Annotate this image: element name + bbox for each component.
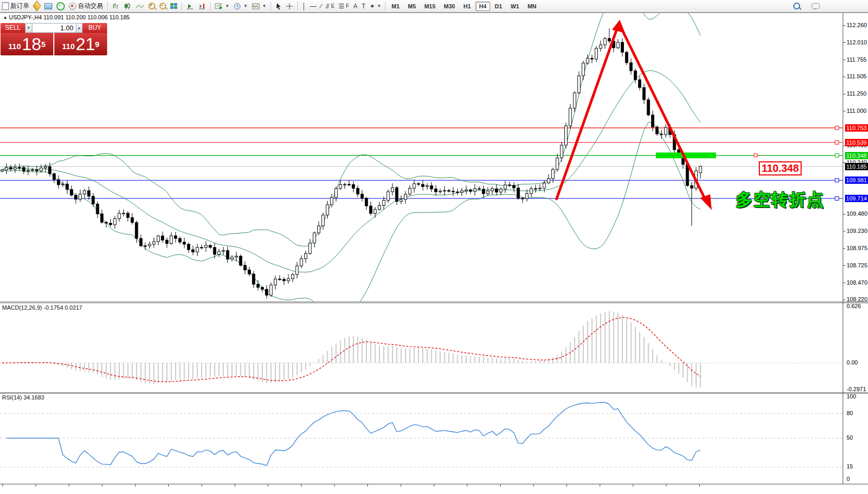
timeframe-M5[interactable]: M5: [404, 2, 420, 11]
timeframe-W1[interactable]: W1: [507, 2, 523, 11]
timeframe-H4[interactable]: H4: [476, 2, 490, 11]
candle-body: [391, 187, 394, 192]
ohlc-close: 110.185: [109, 14, 130, 20]
trend-arrow-down[interactable]: [620, 25, 705, 200]
bar-chart-icon: [112, 3, 120, 10]
bar-chart-button[interactable]: [110, 1, 122, 11]
text-tool[interactable]: A: [351, 1, 360, 11]
timeframe-M15[interactable]: M15: [421, 2, 439, 11]
candle-body: [387, 192, 389, 201]
tile-windows-button[interactable]: [168, 1, 179, 11]
price-level-label: 109.714: [845, 195, 868, 202]
turning-point-text[interactable]: 多空转折点: [736, 189, 825, 211]
timeframe-H1[interactable]: H1: [460, 2, 474, 11]
cursor-tool[interactable]: [273, 1, 284, 11]
rsi-line: [6, 402, 700, 465]
terminal-button[interactable]: [42, 1, 54, 11]
buy-button[interactable]: BUY: [83, 23, 107, 33]
zoom-in-button[interactable]: +: [146, 1, 157, 11]
auto-scroll-button[interactable]: [184, 1, 196, 11]
new-chart-icon: [215, 3, 223, 10]
metaeditor-button[interactable]: [31, 1, 42, 11]
price-tag-box[interactable]: 110.348: [759, 161, 802, 175]
channel-tool[interactable]: ⫻E: [323, 1, 337, 11]
candle-body: [552, 169, 554, 179]
hline-handle[interactable]: [835, 126, 839, 130]
autotrading-button[interactable]: 自动交易: [67, 1, 105, 11]
timeframe-MN[interactable]: MN: [524, 2, 540, 11]
rsi-panel: [0, 402, 843, 467]
candle-body: [482, 189, 485, 194]
indicators-dropdown[interactable]: ▼: [250, 1, 269, 11]
candle-body: [465, 190, 468, 191]
candlestick-button[interactable]: [122, 1, 134, 11]
trend-arrow-up[interactable]: [557, 28, 617, 199]
candle-body: [504, 185, 506, 189]
hline-handle[interactable]: [835, 154, 839, 157]
clock-icon: [234, 3, 241, 10]
candle-body: [287, 279, 290, 281]
chart-shift-icon: [198, 3, 206, 10]
text-label-tool[interactable]: T: [360, 1, 367, 11]
timeframe-D1[interactable]: D1: [491, 2, 506, 11]
periods-dropdown[interactable]: ▼: [232, 1, 250, 11]
price-tick-label: 112.260: [847, 22, 867, 28]
candle-body: [517, 188, 519, 198]
new-order-label: 新订单: [10, 2, 29, 10]
candle-body: [595, 48, 598, 59]
chat-icon[interactable]: [812, 3, 820, 9]
new-order-icon: [2, 2, 9, 10]
metaeditor-icon: [33, 1, 41, 11]
search-icon[interactable]: [793, 3, 800, 9]
volume-up-button[interactable]: ▲: [76, 23, 83, 33]
toolbar-separator: [271, 2, 271, 11]
sell-button[interactable]: SELL: [1, 23, 25, 33]
arrows-dropdown[interactable]: ✦▼: [367, 1, 383, 11]
candle-body: [5, 168, 8, 170]
candle-body: [647, 100, 650, 115]
candle-body: [621, 42, 623, 52]
fibonacci-tool[interactable]: ☰F: [337, 1, 351, 11]
line-chart-button[interactable]: [134, 1, 146, 11]
price-level-label: 109.981: [845, 177, 868, 184]
rsi-label: RSI(14) 34.1683: [2, 394, 44, 401]
hline-handle[interactable]: [835, 140, 839, 144]
candle-body: [604, 39, 606, 45]
chart-shift-button[interactable]: [196, 1, 208, 11]
zoom-out-button[interactable]: −: [157, 1, 168, 11]
signals-button[interactable]: [54, 1, 67, 11]
candle-body: [113, 219, 116, 225]
trendline-tool[interactable]: ∕: [318, 1, 323, 11]
volume-input[interactable]: [32, 23, 76, 33]
price-tag-anchor[interactable]: [754, 154, 757, 157]
chart-area[interactable]: ▲ USDJPY-,H4 110.091 110.200 110.006 110…: [0, 13, 868, 494]
vertical-line-icon: │: [302, 3, 306, 10]
timeframe-M1[interactable]: M1: [388, 2, 403, 11]
candle-body: [196, 248, 199, 252]
hline-handle[interactable]: [835, 196, 839, 200]
macd-scale-min: -0.2971: [847, 386, 866, 392]
price-tick-label: 111.755: [847, 56, 866, 63]
sell-price-button[interactable]: 110185: [1, 33, 54, 55]
candle-body: [565, 126, 568, 145]
vertical-line-tool[interactable]: │: [300, 1, 308, 11]
new-chart-dropdown[interactable]: ▼: [213, 1, 232, 11]
hline-handle[interactable]: [835, 179, 839, 182]
candle-body: [400, 199, 402, 202]
candle-body: [170, 236, 172, 243]
trend-arrow-down-head[interactable]: [700, 194, 712, 210]
timeframe-M30[interactable]: M30: [440, 2, 458, 11]
text-icon: A: [353, 3, 357, 10]
candle-body: [183, 242, 186, 244]
candle-body: [322, 215, 325, 226]
crosshair-tool[interactable]: [284, 1, 295, 11]
candle-body: [473, 189, 476, 191]
volume-down-button[interactable]: ▼: [25, 23, 32, 33]
horizontal-line-tool[interactable]: —: [308, 1, 318, 11]
buy-price-button[interactable]: 110219: [54, 33, 107, 55]
new-order-button[interactable]: 新订单: [0, 1, 31, 11]
chart-canvas: [0, 13, 868, 494]
macd-panel: [0, 311, 843, 387]
channel-e-label: E: [331, 3, 334, 10]
candle-body: [569, 108, 572, 126]
